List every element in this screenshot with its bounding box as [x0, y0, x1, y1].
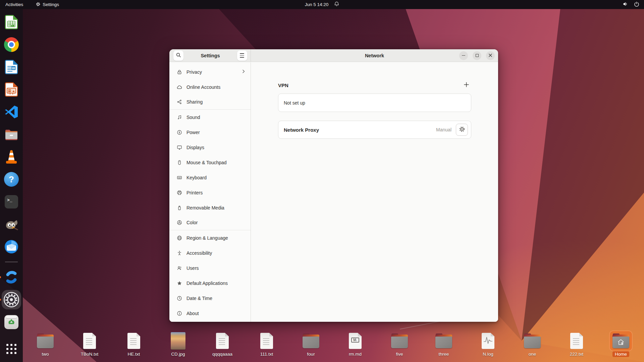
- desktop-icon-rm-md[interactable]: M↓ rm.md: [333, 331, 377, 357]
- sidebar-item-date-time[interactable]: Date & Time: [169, 291, 251, 306]
- desktop-icon-label: two: [39, 351, 51, 357]
- sidebar-item-online-accounts[interactable]: Online Accounts: [169, 79, 251, 95]
- system-status-area[interactable]: [623, 1, 639, 8]
- dock-item-icon: >_: [3, 194, 19, 210]
- desktop-icon-image: [123, 331, 145, 351]
- sidebar-item-sharing[interactable]: Sharing: [169, 95, 251, 110]
- dock-item-icon: [3, 126, 19, 142]
- desktop-icon-image: [521, 331, 543, 351]
- dock-files[interactable]: [3, 126, 19, 142]
- dock-vlc[interactable]: [3, 149, 19, 165]
- add-vpn-button[interactable]: [461, 80, 471, 90]
- top-bar: Activities Settings Jun 5 14:20: [0, 0, 644, 9]
- sidebar-item-color[interactable]: Color: [169, 215, 251, 230]
- dock-thunderbird[interactable]: [3, 239, 19, 255]
- desktop-icon-n-log[interactable]: N.log: [466, 331, 510, 357]
- minimize-button[interactable]: [459, 51, 468, 60]
- sidebar-item-sound[interactable]: Sound: [169, 110, 251, 125]
- desktop-icon-111-txt[interactable]: 111.txt: [245, 331, 289, 357]
- activities-button[interactable]: Activities: [5, 2, 23, 7]
- dock-chrome[interactable]: [3, 37, 19, 53]
- desktop-icon-two[interactable]: two: [23, 331, 67, 357]
- page-title: Network: [365, 53, 384, 58]
- desktop-icon-home[interactable]: Home: [599, 331, 643, 357]
- dock-trash[interactable]: [3, 314, 19, 330]
- desktop-icon-four[interactable]: four: [289, 331, 333, 357]
- proxy-settings-button[interactable]: [456, 124, 468, 136]
- desktop-icon-he-txt[interactable]: HE.txt: [112, 331, 156, 357]
- dock-item-icon: [3, 216, 19, 232]
- chevron-right-icon: [241, 69, 246, 75]
- sidebar-item-icon: [177, 205, 182, 210]
- sidebar-item-about[interactable]: About: [169, 306, 251, 321]
- dock-item-icon: ?: [3, 171, 19, 187]
- sidebar-item-label: Sound: [186, 115, 200, 120]
- primary-menu-button[interactable]: [237, 51, 247, 61]
- dock-settings[interactable]: [3, 292, 19, 308]
- maximize-button[interactable]: [473, 51, 481, 60]
- desktop-icon-222-txt[interactable]: 222.txt: [554, 331, 599, 357]
- sidebar-item-printers[interactable]: Printers: [169, 185, 251, 200]
- settings-gear-icon: [36, 2, 40, 7]
- sidebar-item-label: Power: [186, 130, 200, 135]
- maximize-icon: [476, 54, 479, 57]
- desktop-icon-image: [388, 331, 411, 351]
- sidebar-item-icon: [177, 175, 182, 180]
- sidebar-item-privacy[interactable]: Privacy: [169, 64, 251, 79]
- desktop-icon-one[interactable]: one: [510, 331, 554, 357]
- sidebar-item-displays[interactable]: Displays: [169, 140, 251, 155]
- app-grid-button[interactable]: [6, 344, 16, 354]
- desktop-icon-label: five: [393, 351, 405, 357]
- main-headerbar: Network: [251, 49, 498, 62]
- sidebar-item-label: Printers: [186, 190, 203, 195]
- notification-bell-icon: [334, 1, 339, 8]
- vpn-empty-row: Not set up: [278, 94, 471, 112]
- sidebar-item-default-applications[interactable]: Default Applications: [169, 276, 251, 291]
- sidebar-title: Settings: [201, 53, 220, 58]
- focused-app-menu[interactable]: Settings: [36, 2, 59, 7]
- desktop-icon-qqqqaaaa[interactable]: qqqqaaaa: [200, 331, 245, 357]
- sidebar-item-icon: [177, 145, 182, 150]
- dock-terminal[interactable]: >_: [3, 194, 19, 210]
- clock-menu[interactable]: Jun 5 14:20: [305, 1, 339, 8]
- clock-label: Jun 5 14:20: [305, 2, 329, 7]
- sidebar-item-label: Privacy: [186, 69, 202, 75]
- sidebar-item-icon: [177, 84, 182, 90]
- desktop-icon-image: [78, 331, 101, 351]
- network-proxy-row[interactable]: Network Proxy Manual: [278, 121, 471, 139]
- desktop-icon-label: N.log: [480, 351, 496, 357]
- dock-vscode[interactable]: [3, 104, 19, 120]
- sidebar-item-mouse-touchpad[interactable]: Mouse & Touchpad: [169, 155, 251, 170]
- dock-item-icon: [3, 269, 19, 285]
- sidebar-item-keyboard[interactable]: Keyboard: [169, 170, 251, 185]
- desktop-icon-label: one: [526, 351, 539, 357]
- desktop-icon-image: [566, 331, 588, 351]
- sidebar-item-removable-media[interactable]: Removable Media: [169, 200, 251, 215]
- dock-libreoffice-writer[interactable]: [3, 59, 19, 75]
- settings-sidebar: Privacy Online Accounts Sharing: [169, 62, 251, 322]
- minimize-icon: [462, 55, 465, 56]
- proxy-mode-value: Manual: [436, 127, 451, 132]
- sidebar-item-region-language[interactable]: Region & Language: [169, 230, 251, 245]
- close-button[interactable]: [486, 51, 495, 60]
- desktop-icon-five[interactable]: five: [377, 331, 422, 357]
- sidebar-item-power[interactable]: Power: [169, 125, 251, 140]
- dock-update-manager[interactable]: [3, 269, 19, 285]
- sidebar-item-icon: [177, 130, 182, 135]
- dock-gimp[interactable]: [3, 216, 19, 232]
- desktop-icon-three[interactable]: three: [422, 331, 466, 357]
- dock-libreoffice-calc[interactable]: [3, 14, 19, 30]
- dock-libreoffice-impress[interactable]: [3, 81, 19, 98]
- search-button[interactable]: [173, 51, 183, 61]
- sidebar-item-accessibility[interactable]: Accessibility: [169, 245, 251, 260]
- dock-help[interactable]: ?: [3, 171, 19, 187]
- sidebar-item-icon: [177, 190, 182, 195]
- sidebar-item-users[interactable]: Users: [169, 260, 251, 276]
- sidebar-item-label: Users: [186, 265, 199, 271]
- desktop-icon-cd-jpg[interactable]: CD.jpg: [156, 331, 200, 357]
- vpn-empty-label: Not set up: [284, 100, 305, 106]
- desktop-icon-image: [477, 331, 499, 351]
- desktop-icon-label: 111.txt: [258, 351, 276, 357]
- desktop-icon-tbon-txt[interactable]: TBoN.txt: [67, 331, 112, 357]
- desktop-screen: Activities Settings Jun 5 14:20: [0, 0, 644, 362]
